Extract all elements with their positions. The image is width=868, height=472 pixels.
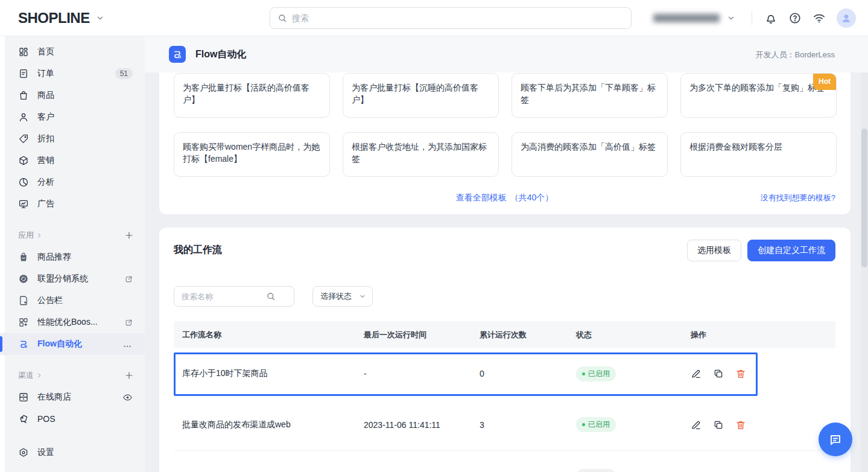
search-icon (277, 13, 287, 23)
sidebar-item-announcement[interactable]: 公告栏 (0, 290, 145, 311)
table-row[interactable]: 批量改商品的发布渠道成web 2023-11-06 11:41:11 3 已启用 (174, 399, 835, 451)
column-header: 累计运行次数 (480, 330, 576, 340)
template-title: 根据消费金额对顾客分层 (689, 142, 782, 151)
template-card[interactable]: 为客户批量打标【活跃的高价值客户】 (174, 73, 330, 118)
status-filter-select[interactable]: 选择状态 (312, 286, 373, 307)
workflow-runs: 3 (480, 420, 576, 430)
sidebar-item-label: 订单 (37, 68, 107, 79)
create-workflow-button[interactable]: 创建自定义工作流 (747, 240, 835, 261)
status-filter-value: 选择状态 (320, 291, 352, 302)
delete-icon[interactable] (735, 419, 746, 430)
sidebar-item-label: POS (37, 414, 133, 424)
chevron-right-icon (36, 372, 42, 378)
avatar-person-icon (840, 12, 852, 24)
sidebar-item-label: 广告 (37, 199, 133, 209)
products-icon (18, 90, 29, 101)
sidebar-item-label: 客户 (37, 112, 133, 123)
chat-bubble-icon (828, 432, 843, 447)
sidebar-item-label: 商品 (37, 90, 133, 101)
template-title: 为多次下单的顾客添加「复购」标签 (689, 83, 825, 92)
sidebar-item-flow-automation[interactable]: Flow自动化 … (0, 333, 145, 355)
workflow-search-field[interactable] (182, 292, 266, 301)
template-card[interactable]: 为客户批量打标【沉睡的高价值客户】 (343, 73, 499, 118)
edit-icon[interactable] (691, 368, 702, 379)
status-badge: 已启用 (576, 417, 616, 432)
view-all-templates-link[interactable]: 查看全部模板 (456, 193, 507, 203)
apps-section-label: 应用 (18, 230, 34, 241)
delete-icon[interactable] (735, 368, 746, 379)
sidebar-item-marketing[interactable]: 营销 (0, 150, 145, 171)
sidebar-item-discounts[interactable]: 折扣 (0, 128, 145, 150)
status-dot (582, 423, 585, 426)
help-icon[interactable] (788, 11, 802, 25)
duplicate-icon[interactable] (713, 368, 724, 379)
chevron-down-icon (359, 293, 366, 300)
sidebar-item-online-store[interactable]: 在线商店 (0, 386, 145, 408)
workflow-name: 库存小于10时下架商品 (182, 368, 364, 379)
status-badge: 已停用 (576, 469, 616, 472)
network-status-icon[interactable] (813, 11, 826, 25)
sidebar-item-orders[interactable]: 订单 51 (0, 63, 145, 85)
user-avatar[interactable] (837, 8, 856, 28)
affiliate-icon (18, 273, 29, 284)
marketing-icon (18, 155, 29, 166)
apps-section-toggle[interactable]: 应用 (18, 230, 42, 241)
sidebar-item-label: 折扣 (37, 133, 133, 144)
sidebar-item-label: 设置 (37, 447, 133, 458)
discount-icon (18, 133, 29, 144)
page-title: Flow自动化 (195, 48, 246, 61)
template-card[interactable]: 顾客购买带women字样商品时，为她打标【female】 (174, 132, 330, 177)
store-switcher[interactable] (653, 0, 735, 36)
sidebar-item-settings[interactable]: 设置 (0, 442, 145, 464)
status-badge: 已启用 (576, 366, 616, 381)
template-card[interactable]: 根据客户收货地址，为其添加国家标签 (343, 132, 499, 177)
template-card[interactable]: 顾客下单后为其添加「下单顾客」标签 (512, 73, 668, 118)
edit-icon[interactable] (691, 419, 702, 430)
chevron-right-icon (36, 232, 42, 238)
ads-icon (18, 199, 29, 209)
sidebar-item-ads[interactable]: 广告 (0, 193, 145, 215)
sidebar-item-affiliate[interactable]: 联盟分销系统 (0, 268, 145, 290)
sidebar-item-label: 分析 (37, 177, 133, 188)
flow-more-actions[interactable]: … (123, 339, 133, 349)
add-channel-icon[interactable] (124, 371, 134, 380)
template-not-found-link[interactable]: 没有找到想要的模板? (761, 193, 835, 203)
chat-support-button[interactable] (819, 423, 852, 456)
visibility-eye-icon[interactable] (122, 392, 133, 403)
global-search-input[interactable] (270, 7, 632, 29)
table-header-row: 工作流名称 最后一次运行时间 累计运行次数 状态 操作 (174, 321, 835, 348)
sidebar-item-analytics[interactable]: 分析 (0, 171, 145, 193)
workflow-search-input[interactable] (174, 286, 294, 307)
use-template-button[interactable]: 选用模板 (687, 240, 741, 261)
sidebar-item-customers[interactable]: 客户 (0, 106, 145, 128)
notifications-bell-icon[interactable] (764, 11, 778, 25)
global-search-field[interactable] (292, 13, 624, 23)
topbar-divider (752, 11, 752, 25)
shopline-logo[interactable]: SHOPLINE (18, 0, 104, 36)
scrollbar-track[interactable] (861, 72, 868, 472)
column-header: 操作 (691, 330, 835, 340)
template-card[interactable]: 根据消费金额对顾客分层 (680, 132, 837, 177)
template-card[interactable]: 为高消费的顾客添加「高价值」标签 (512, 132, 668, 177)
duplicate-icon[interactable] (713, 419, 724, 430)
channels-section-toggle[interactable]: 渠道 (18, 370, 42, 381)
hot-badge: Hot (813, 74, 836, 90)
boost-icon (18, 317, 29, 328)
sidebar-item-product-recommend[interactable]: 商品推荐 (0, 246, 145, 268)
external-link-icon (125, 275, 133, 283)
scrollbar-thumb[interactable] (861, 129, 867, 267)
pos-icon (18, 413, 29, 424)
template-title: 为客户批量打标【沉睡的高价值客户】 (352, 83, 478, 104)
table-row[interactable]: 库存小于10时下架商品 - 0 已启用 (174, 348, 835, 399)
orders-icon (18, 68, 29, 79)
sidebar-item-home[interactable]: 首页 (0, 41, 145, 63)
sidebar-item-label: 在线商店 (37, 392, 114, 403)
template-card[interactable]: 为多次下单的顾客添加「复购」标签Hot (680, 73, 837, 118)
sidebar-item-products[interactable]: 商品 (0, 85, 145, 106)
add-app-icon[interactable] (124, 231, 134, 240)
sidebar-item-label: 公告栏 (37, 295, 133, 306)
sidebar-item-pos[interactable]: POS (0, 408, 145, 430)
sidebar-item-boost[interactable]: 性能优化Boos... (0, 311, 145, 333)
table-row[interactable]: 新的工作流 - 0 已停用 (174, 451, 835, 472)
sidebar-item-label: 联盟分销系统 (37, 273, 113, 284)
